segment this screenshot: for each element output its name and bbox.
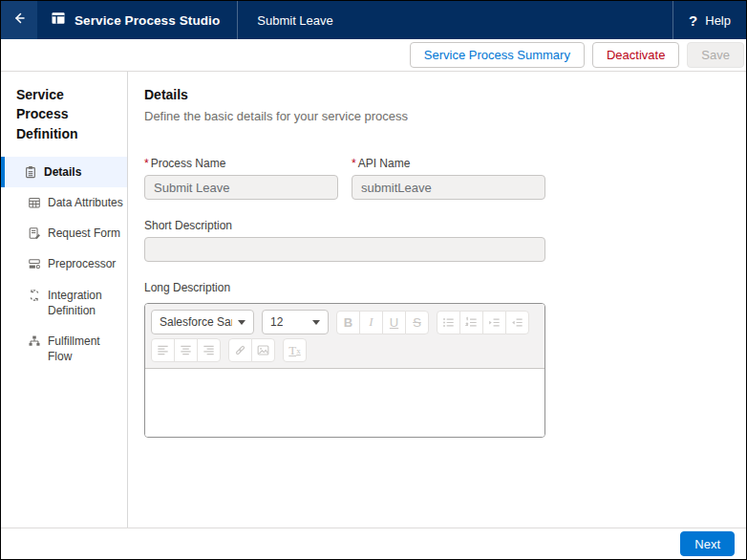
arrow-left-icon: [11, 11, 27, 30]
nav-spacer: [352, 1, 672, 39]
image-icon-button: [251, 338, 275, 362]
short-description-label: Short Description: [144, 219, 545, 232]
help-button[interactable]: ? Help: [672, 1, 746, 39]
deactivate-button[interactable]: Deactivate: [592, 42, 679, 68]
sidebar-title: Service Process Definition: [1, 83, 120, 157]
rich-text-editor: Salesforce Sans 12 B I: [144, 303, 545, 438]
required-asterisk: *: [352, 157, 356, 170]
action-bar: Service Process Summary Deactivate Save: [1, 39, 746, 72]
outdent-button: [505, 311, 529, 334]
clear-format-group: Tx: [283, 338, 307, 362]
underline-button: U: [382, 311, 406, 334]
sidebar-item-label: Details: [44, 164, 123, 180]
app-window-icon: [51, 11, 66, 30]
sidebar-item-label: Fulfillment Flow: [48, 334, 123, 364]
clear-format-button: Tx: [283, 338, 307, 362]
list-button-group: [437, 311, 529, 334]
sidebar-item-preprocessor[interactable]: Preprocessor: [1, 248, 127, 279]
short-description-field-group: Short Description: [144, 219, 545, 262]
api-name-field-group: *API Name: [352, 157, 545, 200]
footer-bar: Next: [1, 528, 746, 559]
long-description-field-group: Long Description Salesforce Sans 12: [144, 281, 545, 438]
bold-button: B: [336, 311, 360, 334]
main-panel: Details Define the basic details for you…: [128, 72, 746, 528]
save-button-disabled: Save: [687, 42, 744, 68]
api-name-label: *API Name: [352, 157, 545, 170]
font-family-dropdown[interactable]: Salesforce Sans: [151, 310, 254, 334]
service-process-studio-window: Service Process Studio Submit Leave ? He…: [0, 0, 747, 560]
long-description-label: Long Description: [144, 281, 545, 294]
bullet-list-button: [437, 311, 460, 334]
sidebar-item-details[interactable]: Details: [1, 157, 127, 187]
rich-text-toolbar: Salesforce Sans 12 B I: [145, 304, 544, 368]
next-button[interactable]: Next: [680, 531, 735, 556]
question-mark-icon: ?: [689, 12, 697, 29]
chevron-down-icon: [312, 320, 320, 325]
help-label: Help: [705, 13, 731, 28]
integration-icon: [28, 289, 41, 302]
sidebar-item-request-form[interactable]: Request Form: [1, 218, 127, 248]
align-left-button: [151, 338, 175, 362]
table-icon: [28, 196, 41, 209]
sidebar: Service Process Definition Details: [1, 72, 128, 528]
tab-submit-leave[interactable]: Submit Leave: [238, 1, 352, 39]
font-family-value: Salesforce Sans: [160, 315, 232, 329]
process-name-label: *Process Name: [144, 157, 338, 170]
page-subtitle: Define the basic details for your servic…: [144, 109, 746, 123]
sidebar-item-fulfillment-flow[interactable]: Fulfillment Flow: [1, 326, 127, 372]
body-row: Service Process Definition Details: [1, 72, 746, 528]
app-title-block: Service Process Studio: [37, 1, 238, 39]
insert-button-group: [228, 338, 275, 362]
page-title: Details: [144, 87, 746, 102]
strikethrough-button: S: [405, 311, 429, 334]
flow-icon: [28, 334, 41, 348]
italic-button: I: [359, 311, 383, 334]
font-size-value: 12: [270, 315, 283, 329]
details-form: *Process Name *API Name Short Descriptio…: [144, 157, 545, 438]
align-right-button: [197, 338, 221, 362]
indent-button: [482, 311, 506, 334]
align-center-button: [174, 338, 198, 362]
sidebar-item-label: Request Form: [48, 226, 123, 241]
preprocessor-icon: [28, 257, 41, 270]
process-name-field-group: *Process Name: [144, 157, 338, 200]
text-style-button-group: B I U S: [336, 311, 429, 334]
top-nav: Service Process Studio Submit Leave ? He…: [1, 1, 746, 39]
sidebar-item-data-attributes[interactable]: Data Attributes: [1, 187, 127, 218]
long-description-textarea[interactable]: [145, 368, 544, 437]
service-process-summary-button[interactable]: Service Process Summary: [410, 42, 585, 68]
chevron-down-icon: [238, 320, 245, 325]
form-edit-icon: [28, 226, 41, 240]
sidebar-item-integration-definition[interactable]: Integration Definition: [1, 280, 127, 326]
api-name-input: [352, 175, 545, 200]
sidebar-item-label: Preprocessor: [48, 256, 123, 271]
process-name-input: [144, 175, 338, 200]
required-asterisk: *: [144, 157, 149, 170]
short-description-input: [144, 237, 545, 262]
sidebar-item-label: Integration Definition: [48, 288, 123, 318]
sidebar-item-label: Data Attributes: [48, 195, 123, 210]
app-title: Service Process Studio: [75, 13, 220, 28]
align-button-group: [151, 338, 221, 362]
link-icon-button: [228, 338, 252, 362]
back-button[interactable]: [1, 1, 37, 39]
numbered-list-button: [459, 311, 483, 334]
font-size-dropdown[interactable]: 12: [262, 310, 329, 334]
clipboard-icon: [24, 165, 37, 179]
